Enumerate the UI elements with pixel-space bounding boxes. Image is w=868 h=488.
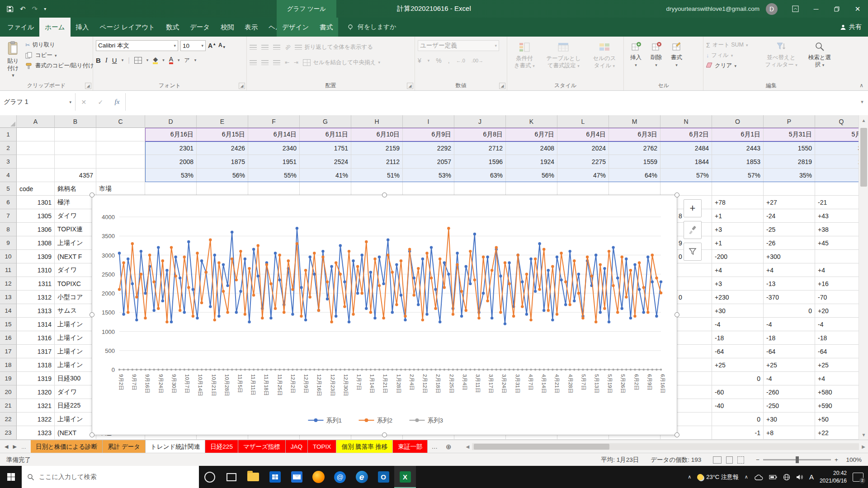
chart-filters-button[interactable] [684, 243, 702, 261]
chart-object[interactable]: 050010001500200025003000350040009月2日9月7日… [92, 195, 677, 435]
sheet-tab-TOPIX[interactable]: TOPIX [308, 440, 336, 453]
chart-resize-handle[interactable] [675, 312, 679, 317]
grid-cell-D3[interactable]: 2008 [145, 155, 197, 169]
grid-cell-P8[interactable]: -25 [764, 223, 815, 236]
tab-ファイル[interactable]: ファイル [2, 18, 39, 37]
save-icon[interactable] [6, 5, 14, 13]
cell-styles-button[interactable]: セルのスタイル ▾ [588, 38, 621, 80]
grid-cell-C3[interactable] [96, 155, 145, 169]
grid-cell-B16[interactable]: 上場イン [55, 331, 96, 345]
paste-button[interactable]: 貼り付け▼ [3, 38, 24, 80]
grid-cell-A11[interactable]: 1310 [17, 263, 55, 277]
row-header-10[interactable]: 10 [0, 250, 17, 263]
grid-cell-B19[interactable]: 日経300 [55, 372, 96, 385]
wrap-text-button[interactable]: 折り返して全体を表示する [295, 43, 373, 51]
contextual-tab-デザイン[interactable]: デザイン [277, 18, 314, 37]
chart-resize-handle[interactable] [90, 312, 94, 317]
chart-resize-handle[interactable] [675, 192, 679, 197]
column-header-H[interactable]: H [351, 115, 403, 128]
grid-cell-B17[interactable]: 上場イン [55, 345, 96, 358]
action-center-icon[interactable]: 2 [853, 473, 863, 482]
row-header-4[interactable]: 4 [0, 169, 17, 182]
grid-cell-P4[interactable]: 35% [764, 169, 815, 182]
grid-cell-H4[interactable]: 51% [351, 169, 403, 182]
find-select-button[interactable]: 検索と選択 ▾ [803, 38, 836, 80]
redo-icon[interactable]: ↷ [32, 5, 38, 13]
grid-cell-J5[interactable] [454, 182, 506, 196]
row-header-14[interactable]: 14 [0, 304, 17, 318]
align-middle-icon[interactable] [261, 45, 269, 50]
decrease-font-icon[interactable]: A▼ [218, 42, 226, 49]
customize-quick-access-icon[interactable]: ▾ [44, 6, 46, 11]
grid-cell-M2[interactable]: 2762 [609, 141, 660, 155]
increase-decimal-icon[interactable]: ←.0 [456, 58, 465, 63]
align-bottom-icon[interactable] [273, 45, 280, 50]
column-header-N[interactable]: N [660, 115, 712, 128]
grid-cell-P9[interactable]: -26 [764, 236, 815, 250]
grid-cell-D5[interactable] [145, 182, 197, 196]
grid-cell-O2[interactable]: 2443 [712, 141, 764, 155]
more-sheets-left[interactable]: … [21, 444, 26, 450]
sheet-tab-日経225[interactable]: 日経225 [205, 440, 238, 453]
grid-cell-K2[interactable]: 2408 [506, 141, 557, 155]
row-header-19[interactable]: 19 [0, 372, 17, 385]
scroll-left-icon[interactable]: ◀ [463, 444, 472, 449]
grid-cell-M4[interactable]: 64% [609, 169, 660, 182]
volume-icon[interactable] [796, 474, 803, 480]
sheet-tab-トレンド統計関連[interactable]: トレンド統計関連 [146, 440, 205, 453]
grid-cell-B4[interactable]: 4357 [55, 169, 96, 182]
grid-cell-D2[interactable]: 2301 [145, 141, 197, 155]
grid-cell-I1[interactable]: 6月9日 [403, 128, 454, 141]
grid-cell-A16[interactable]: 1316 [17, 331, 55, 345]
scroll-right-icon[interactable]: ▶ [859, 444, 868, 449]
zoom-level[interactable]: 100% [842, 456, 862, 463]
horizontal-scrollbar[interactable]: ◀ ▶ [463, 442, 868, 451]
grid-cell-P10[interactable]: +300 [764, 250, 815, 263]
hidden-icons-chevron[interactable]: ∧ [688, 474, 691, 480]
taskbar-search[interactable]: ここに入力して検索 [22, 466, 199, 488]
alignment-dialog-launcher[interactable]: ◢ [407, 83, 413, 89]
avatar[interactable]: D [766, 3, 778, 15]
vertical-scrollbar[interactable]: ▲▼ [859, 115, 868, 440]
grid-cell-E4[interactable]: 56% [197, 169, 248, 182]
grid-cell-F3[interactable]: 1951 [248, 155, 300, 169]
tab-表示[interactable]: 表示 [239, 18, 263, 37]
grid-cell-P17[interactable]: -64 [764, 345, 815, 358]
grid-cell-B10[interactable]: (NEXT F [55, 250, 96, 263]
align-right-icon[interactable] [273, 60, 280, 65]
row-header-20[interactable]: 20 [0, 385, 17, 399]
grid-cell-O4[interactable]: 57% [712, 169, 764, 182]
grid-cell-O8[interactable]: +3 [712, 223, 764, 236]
column-header-L[interactable]: L [557, 115, 609, 128]
onedrive-cloud-icon[interactable] [754, 474, 763, 480]
grid-cell-A6[interactable]: 1301 [17, 196, 55, 209]
collapse-ribbon-icon[interactable]: ∧ [859, 82, 863, 89]
next-sheet-icon[interactable]: ▶ [13, 444, 16, 450]
grid-cell-H1[interactable]: 6月10日 [351, 128, 403, 141]
grid-cell-P23[interactable]: +8 [764, 426, 815, 440]
tray-chevron[interactable]: ∧ [745, 474, 748, 480]
grid-cell-B2[interactable] [55, 141, 96, 155]
grid-cell-A10[interactable]: 1309 [17, 250, 55, 263]
grid-cell-A8[interactable]: 1306 [17, 223, 55, 236]
grid-cell-H2[interactable]: 2159 [351, 141, 403, 155]
format-as-table-button[interactable]: テーブルとして書式設定 ▾ [541, 38, 586, 80]
grid-cell-A3[interactable] [17, 155, 55, 169]
grid-cell-G1[interactable]: 6月11日 [300, 128, 351, 141]
normal-view-button[interactable] [713, 456, 722, 464]
undo-icon[interactable]: ↶ [20, 5, 26, 13]
percent-format-icon[interactable]: % [436, 57, 441, 64]
sort-filter-button[interactable]: 並べ替えとフィルター ▾ [761, 38, 801, 80]
grid-cell-N1[interactable]: 6月2日 [660, 128, 712, 141]
grid-cell-G4[interactable]: 41% [300, 169, 351, 182]
grid-cell-C2[interactable] [96, 141, 145, 155]
bold-icon[interactable]: B [96, 56, 101, 64]
grid-cell-B9[interactable]: 上場イン [55, 236, 96, 250]
sheet-tab-マザーズ指標[interactable]: マザーズ指標 [238, 440, 286, 453]
grid-cell-O19[interactable]: 0 [712, 372, 764, 385]
taskbar-app-people[interactable]: @ [329, 466, 351, 488]
grid-cell-E2[interactable]: 2426 [197, 141, 248, 155]
row-header-21[interactable]: 21 [0, 399, 17, 413]
name-box[interactable]: グラフ 1▾ [0, 93, 75, 111]
row-header-6[interactable]: 6 [0, 196, 17, 209]
